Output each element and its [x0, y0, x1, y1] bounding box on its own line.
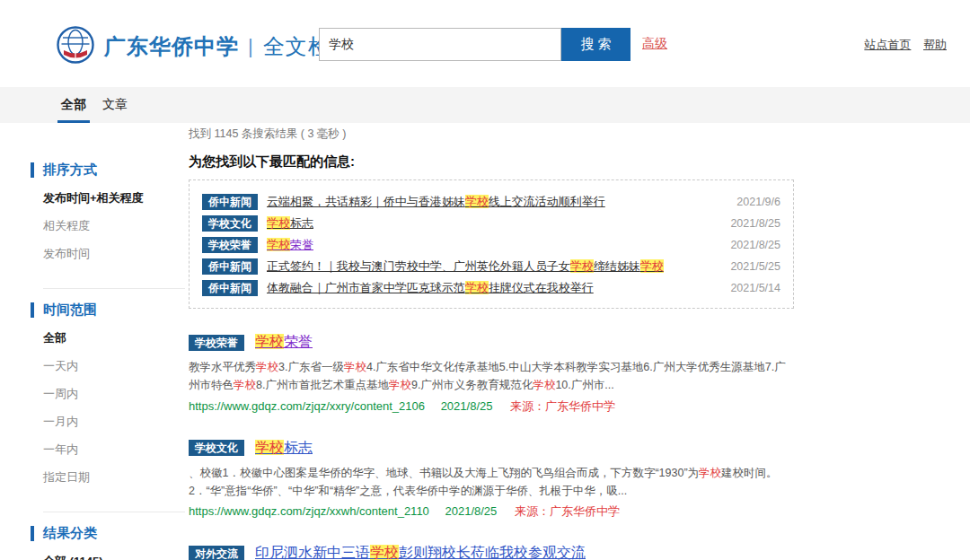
result-url-line: https://www.gdqz.com/zjqz/xxry/content_2… [189, 398, 794, 415]
best-match-box: 侨中新闻 云端相聚，共话精彩｜侨中与香港姊妹学校线上交流活动顺利举行 2021/… [189, 179, 794, 309]
result-url[interactable]: https://www.gdqz.com/zjqz/xxry/content_2… [189, 399, 425, 413]
text-segment: 云端相聚，共话精彩｜侨中与香港姊妹 [267, 195, 465, 208]
result-title-link[interactable]: 学校标志 [255, 439, 313, 458]
title-divider: | [248, 35, 254, 58]
tab-all[interactable]: 全部 [57, 87, 90, 123]
sort-item-time[interactable]: 发布时间 [43, 246, 185, 262]
category-badge: 学校荣誉 [202, 237, 258, 253]
result-snippet: 教学水平优秀学校3.广东省一级学校4.广东省中华文化传承基地5.中山大学本科教学… [189, 358, 792, 395]
highlighted-keyword: 学校 [570, 259, 594, 273]
best-match-row: 侨中新闻 体教融合｜广州市首家中学匹克球示范学校挂牌仪式在我校举行 2021/5… [202, 278, 780, 297]
text-segment: 彭则翔校长莅临我校参观交流 [399, 545, 586, 560]
best-match-heading: 为您找到以下最匹配的信息: [189, 153, 794, 171]
result-title-link[interactable]: 学校荣誉 [255, 333, 313, 352]
advanced-search-link[interactable]: 高级 [642, 36, 667, 52]
sidebar-heading-category: 结果分类 [43, 525, 185, 542]
school-logo-icon [57, 26, 94, 64]
timerange-item-week[interactable]: 一周内 [43, 386, 185, 402]
text-segment: 8.广州市首批艺术重点基地 [256, 379, 389, 391]
text-segment: 荣誉 [284, 334, 313, 349]
timerange-item-year[interactable]: 一年内 [43, 442, 185, 458]
timerange-item-all[interactable]: 全部 [43, 330, 185, 346]
highlighted-keyword: 学校 [255, 334, 284, 349]
category-item-all[interactable]: 全部 (1145) [43, 554, 185, 560]
best-match-row: 侨中新闻 正式签约！｜我校与澳门劳校中学、广州英伦外籍人员子女学校缔结姊妹学校 … [202, 257, 780, 276]
search-button[interactable]: 搜 索 [561, 28, 630, 61]
category-badge: 学校文化 [202, 215, 258, 232]
result-date: 2021/8/25 [441, 399, 493, 413]
keyword-red: 学校 [344, 361, 366, 373]
best-match-link[interactable]: 学校标志 [267, 215, 313, 232]
category-badge: 侨中新闻 [202, 258, 258, 275]
results-meta: 找到 1145 条搜索结果 ( 3 毫秒 ) [189, 127, 794, 142]
timerange-item-day[interactable]: 一天内 [43, 358, 185, 374]
text-segment: 线上交流活动顺利举行 [489, 195, 605, 208]
heading-accent-bar [31, 162, 34, 178]
result-title-link[interactable]: 印尼泗水新中三语学校彭则翔校长莅临我校参观交流 [255, 544, 586, 560]
search-input[interactable] [319, 28, 561, 61]
keyword-red: 学校 [234, 379, 256, 391]
result-snippet: 、校徽1．校徽中心图案是华侨的华字、地球、书籍以及大海上飞翔的飞鸟组合而成，下方… [189, 464, 792, 501]
text-segment: 标志 [290, 216, 313, 230]
text-segment: 3.广东省一级 [278, 361, 344, 373]
tab-article[interactable]: 文章 [99, 87, 131, 123]
keyword-red: 学校 [389, 379, 411, 391]
best-match-link[interactable]: 学校荣誉 [267, 237, 313, 253]
help-link[interactable]: 帮助 [923, 38, 947, 51]
result-url-line: https://www.gdqz.com/zjqz/xxwh/content_2… [189, 503, 794, 520]
text-segment: 正式签约！｜我校与澳门劳校中学、广州英伦外籍人员子女 [267, 259, 570, 273]
best-match-link[interactable]: 云端相聚，共话精彩｜侨中与香港姊妹学校线上交流活动顺利举行 [267, 194, 605, 210]
best-match-link[interactable]: 正式签约！｜我校与澳门劳校中学、广州英伦外籍人员子女学校缔结姊妹学校 [267, 258, 664, 275]
highlighted-keyword: 学校 [640, 259, 664, 273]
highlighted-keyword: 学校 [465, 195, 489, 208]
highlighted-keyword: 学校 [255, 440, 284, 455]
result-source: 来源：广东华侨中学 [510, 399, 615, 413]
sort-item-time-relevance[interactable]: 发布时间+相关程度 [43, 190, 185, 206]
result-source: 来源：广东华侨中学 [515, 504, 620, 518]
text-segment: 荣誉 [290, 238, 313, 251]
search-result: 对外交流 印尼泗水新中三语学校彭则翔校长莅临我校参观交流 外姊妹学校印尼泗水新中… [189, 544, 794, 560]
text-segment: 缔结姊妹 [594, 259, 640, 273]
result-date: 2021/8/25 [445, 504, 497, 518]
best-match-row: 学校荣誉 学校荣誉 2021/8/25 [202, 235, 780, 254]
best-match-row: 学校文化 学校标志 2021/8/25 [202, 214, 780, 232]
category-badge: 学校荣誉 [189, 335, 244, 351]
search-result: 学校文化 学校标志 、校徽1．校徽中心图案是华侨的华字、地球、书籍以及大海上飞翔… [189, 439, 794, 521]
text-segment: 标志 [284, 440, 313, 455]
best-match-link[interactable]: 体教融合｜广州市首家中学匹克球示范学校挂牌仪式在我校举行 [267, 280, 594, 296]
timerange-item-custom[interactable]: 指定日期 [43, 469, 185, 486]
highlighted-keyword: 学校 [465, 281, 489, 294]
sidebar-heading-timerange: 时间范围 [43, 302, 185, 319]
top-nav: 站点首页 帮助 [855, 37, 947, 53]
sidebar-section-category: 结果分类 全部 (1145) 文章 (1145) [43, 512, 185, 560]
best-match-date: 2021/8/25 [719, 217, 780, 230]
header: 广东华侨中学 | 全文检索 搜 索 高级 站点首页 帮助 [0, 0, 970, 87]
category-badge: 侨中新闻 [202, 280, 258, 296]
tabbar: 全部 文章 [0, 87, 970, 123]
text-segment: 10.广州市... [555, 379, 613, 391]
keyword-red: 学校 [256, 361, 278, 373]
text-segment: 体教融合｜广州市首家中学匹克球示范 [267, 281, 465, 294]
search-result: 学校荣誉 学校荣誉 教学水平优秀学校3.广东省一级学校4.广东省中华文化传承基地… [189, 333, 794, 415]
heading-accent-bar [31, 302, 34, 318]
timerange-item-month[interactable]: 一月内 [43, 414, 185, 430]
site-name: 广东华侨中学 [104, 32, 239, 61]
category-badge: 学校文化 [189, 440, 244, 456]
text-segment: 印尼泗水新中三语 [255, 545, 370, 560]
text-segment: 挂牌仪式在我校举行 [489, 281, 594, 294]
category-badge: 侨中新闻 [202, 194, 258, 210]
sidebar-section-sort: 排序方式 发布时间+相关程度 相关程度 发布时间 [43, 162, 185, 284]
text-segment: 、校徽1．校徽中心图案是华侨的华字、地球、书籍以及大海上飞翔的飞鸟组合而成，下方… [189, 467, 699, 479]
best-match-date: 2021/5/14 [719, 282, 780, 294]
text-segment: 教学水平优秀 [189, 361, 256, 373]
heading-accent-bar [31, 526, 34, 541]
site-home-link[interactable]: 站点首页 [864, 38, 911, 51]
highlighted-keyword: 学校 [267, 216, 290, 230]
highlighted-keyword: 学校 [370, 545, 399, 560]
sidebar-section-timerange: 时间范围 全部 一天内 一周内 一月内 一年内 指定日期 [43, 288, 185, 508]
best-match-date: 2021/9/6 [726, 196, 780, 208]
sidebar: 排序方式 发布时间+相关程度 相关程度 发布时间 时间范围 全部 一天内 一周内… [43, 162, 185, 560]
result-url[interactable]: https://www.gdqz.com/zjqz/xxwh/content_2… [189, 504, 429, 518]
sort-item-relevance[interactable]: 相关程度 [43, 218, 185, 234]
sidebar-heading-sort: 排序方式 [43, 162, 185, 179]
